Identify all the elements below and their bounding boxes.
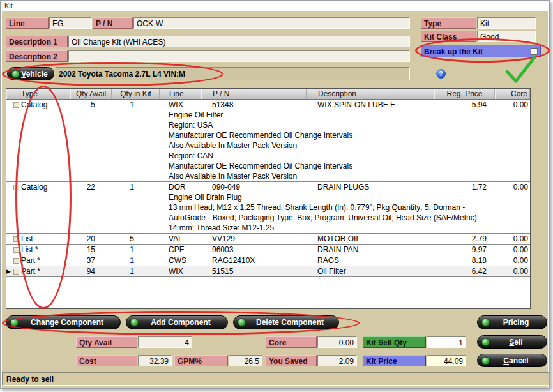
part-detail-line: Manufacturer OE Recommended Oil Change I…	[169, 130, 530, 140]
status-text: Ready to sell	[6, 375, 54, 384]
description2-field[interactable]	[68, 50, 410, 62]
break-up-kit-label: Break up the Kit	[424, 47, 483, 56]
cell-reg-price: 6.42	[434, 266, 495, 276]
cell-qty-in-kit[interactable]: 1	[112, 182, 160, 192]
cell-core: 0.00	[495, 100, 530, 110]
cell-pn: RAG12410X	[201, 255, 307, 266]
part-detail-line: Region: USA	[169, 120, 530, 130]
cost-label: Cost	[76, 355, 137, 366]
cell-pn: 090-049	[201, 182, 307, 192]
line-field[interactable]: EG	[49, 17, 92, 29]
kit-components-table: Type Qty Avail Qty in Kit Line P / N Des…	[6, 88, 531, 309]
sell-button[interactable]: Sell	[477, 335, 547, 349]
pricing-icon	[481, 319, 490, 327]
break-up-kit-toggle[interactable]: Break up the Kit	[421, 45, 541, 57]
cell-type-wrap: ▶ List *	[6, 245, 70, 255]
status-bar: Ready to sell	[2, 372, 549, 386]
add-component-button[interactable]: Add Component	[126, 315, 228, 329]
kit-sell-qty-field[interactable]: 1	[427, 336, 466, 348]
delete-component-button[interactable]: Delete Component	[233, 315, 339, 329]
row-type-icon	[13, 102, 19, 108]
cell-pn: 96003	[201, 245, 307, 255]
add-component-label: Add Component	[126, 318, 227, 327]
col-header-qty-in-kit[interactable]: Qty in Kit	[112, 89, 160, 99]
part-detail-line: Also Available In Master Pack Version	[169, 171, 530, 181]
delete-component-label: Delete Component	[234, 318, 338, 327]
cell-reg-price: 1.72	[434, 182, 495, 192]
qty-avail-label: Qty Avail	[76, 336, 137, 348]
table-row[interactable]: ▶ Part * 94 1 WIX 51515 Oil Filter 6.42 …	[6, 266, 530, 277]
cell-line: CPE	[160, 245, 201, 255]
cancel-button[interactable]: Cancel	[477, 354, 547, 367]
vehicle-field: 2002 Toyota Tacoma 2.7L L4 VIN:M	[56, 67, 410, 80]
cell-qty-avail: 5	[70, 100, 112, 110]
cell-description: DRAIN PAN	[307, 245, 434, 255]
col-header-pn[interactable]: P / N	[201, 89, 307, 99]
cell-description: MOTOR OIL	[307, 234, 434, 244]
table-row[interactable]: ▶ Catalog 5 1 WIX 51348 WIX SPIN-ON LUBE…	[6, 100, 530, 182]
cell-type: List	[21, 234, 33, 244]
kit-price-label: Kit Price	[363, 355, 426, 366]
window-title: Kit	[4, 2, 13, 10]
col-header-qty-avail[interactable]: Qty Avail	[70, 89, 112, 99]
kit-class-field: Good	[477, 31, 536, 42]
vehicle-button[interactable]: Vehicle	[7, 67, 54, 80]
part-detail-line: 13 mm Head; M12 x 1.25 Thread; Shank Len…	[169, 202, 530, 213]
description1-field[interactable]: Oil Change Kit (WHI ACES)	[68, 36, 410, 47]
cell-type-wrap: ▶ List	[6, 234, 70, 244]
part-number-field[interactable]: OCK-W	[133, 17, 410, 29]
add-component-icon	[130, 319, 139, 327]
qty-avail-field: 4	[138, 336, 192, 348]
part-detail-line: Engine Oil Filter	[169, 110, 530, 120]
cell-type-wrap: ▶ Catalog	[6, 182, 70, 192]
row-type-icon	[13, 185, 19, 190]
cell-qty-avail: 37	[70, 255, 112, 266]
you-saved-field: 2.09	[317, 355, 357, 366]
help-icon[interactable]: ?	[436, 69, 446, 79]
col-header-core[interactable]: Core	[495, 89, 530, 99]
cell-reg-price: 9.97	[434, 245, 495, 255]
break-up-kit-checkbox[interactable]	[531, 48, 538, 55]
cell-qty-in-kit[interactable]: 1	[112, 245, 160, 255]
col-header-reg-price[interactable]: Reg. Price	[434, 89, 495, 99]
cell-line: WIX	[160, 100, 201, 110]
cell-description: RAGS	[307, 255, 434, 266]
type-field: Kit	[477, 17, 536, 29]
table-row-mainline: ▶ Catalog 5 1 WIX 51348 WIX SPIN-ON LUBE…	[6, 100, 530, 110]
table-row-mainline: ▶ List * 15 1 CPE 96003 DRAIN PAN 9.97 0…	[6, 245, 530, 255]
cell-type-wrap: ▶ Part *	[6, 266, 70, 276]
cell-description: WIX SPIN-ON LUBE F	[307, 100, 434, 110]
table-row[interactable]: ▶ List 20 5 VAL VV129 MOTOR OIL 2.79 0.0…	[6, 234, 530, 245]
cell-reg-price: 2.79	[434, 234, 495, 244]
kit-price-field[interactable]: 44.09	[427, 355, 466, 366]
col-header-type[interactable]: Type	[6, 89, 70, 99]
kit-sell-qty-label: Kit Sell Qty	[363, 336, 426, 348]
cell-line: VAL	[160, 234, 201, 244]
cell-type: List *	[21, 245, 38, 255]
table-row-mainline: ▶ Part * 37 1 CWS RAG12410X RAGS 8.18 0.…	[6, 255, 530, 266]
change-component-button[interactable]: Change Component	[6, 315, 121, 329]
table-row[interactable]: ▶ List * 15 1 CPE 96003 DRAIN PAN 9.97 0…	[6, 245, 530, 255]
row-type-icon	[13, 269, 19, 275]
table-row[interactable]: ▶ Part * 37 1 CWS RAG12410X RAGS 8.18 0.…	[6, 255, 530, 266]
change-component-icon	[10, 319, 19, 327]
line-label: Line	[6, 17, 49, 29]
col-header-description[interactable]: Description	[307, 89, 434, 99]
kit-class-label: Kit Class	[421, 31, 476, 42]
cell-qty-avail: 15	[70, 245, 112, 255]
table-row[interactable]: ▶ Catalog 22 1 DOR 090-049 DRAIN PLUGS 1…	[6, 182, 530, 234]
cell-core: 0.00	[495, 266, 530, 276]
part-detail-line: 14 mm; Thread Size: M12-1.25	[169, 223, 530, 233]
selected-row-arrow: ▶	[6, 266, 13, 276]
cell-type: Catalog	[21, 182, 47, 192]
col-header-line[interactable]: Line	[160, 89, 201, 99]
cell-qty-in-kit[interactable]: 1	[112, 255, 160, 266]
cell-qty-in-kit[interactable]: 5	[112, 234, 160, 244]
cell-qty-in-kit[interactable]: 1	[112, 266, 160, 276]
change-component-label: Change Component	[6, 318, 120, 327]
cell-core: 0.00	[495, 182, 530, 192]
pricing-button[interactable]: Pricing	[477, 315, 547, 329]
cell-qty-avail: 20	[70, 234, 112, 244]
part-detail-line: Also Available In Master Pack Version	[169, 140, 530, 151]
cell-qty-in-kit[interactable]: 1	[112, 100, 160, 110]
